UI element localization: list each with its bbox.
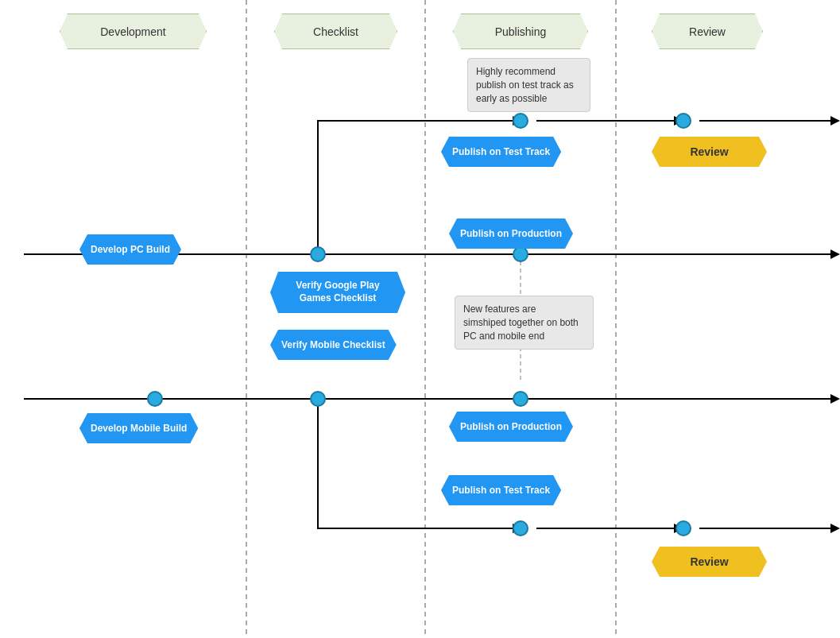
node-n4 (675, 113, 691, 129)
node-n9 (513, 520, 528, 536)
publish-prod-1-text: Publish on Production (460, 228, 562, 239)
publish-test-1-text: Publish on Test Track (452, 146, 550, 157)
svg-marker-16 (830, 524, 840, 533)
label-develop-mobile: Develop Mobile Build (79, 413, 198, 443)
publish-prod-2-text: Publish on Production (460, 421, 562, 432)
review-2-text: Review (690, 555, 728, 568)
node-n10 (675, 520, 691, 536)
diagram-container: Development Checklist Publishing Review … (0, 0, 840, 638)
svg-marker-6 (830, 394, 840, 404)
label-publish-test-1: Publish on Test Track (441, 137, 561, 167)
develop-mobile-text: Develop Mobile Build (91, 423, 187, 434)
verify-mobile-text: Verify Mobile Checklist (281, 339, 385, 350)
review-1-text: Review (690, 145, 728, 158)
label-verify-mobile: Verify Mobile Checklist (270, 330, 397, 360)
col-header-checklist: Checklist (274, 14, 397, 49)
node-n6 (147, 391, 163, 407)
node-n8 (513, 391, 528, 407)
label-develop-pc: Develop PC Build (79, 234, 181, 265)
note-text-1: Highly recommend publish on test track a… (476, 66, 574, 104)
label-review-1: Review (652, 137, 767, 167)
diagram-svg (0, 0, 840, 638)
label-publish-prod-2: Publish on Production (449, 412, 573, 442)
label-review-2: Review (652, 547, 767, 577)
node-n2 (310, 246, 326, 262)
node-n5 (513, 113, 528, 129)
col-label-checklist: Checklist (313, 25, 358, 38)
col-header-development: Development (60, 14, 207, 49)
label-publish-test-2: Publish on Test Track (441, 475, 561, 505)
col-label-review: Review (689, 25, 726, 38)
verify-gpg-text: Verify Google Play Games Checklist (296, 280, 379, 304)
col-label-development: Development (100, 25, 166, 38)
col-header-publishing: Publishing (453, 14, 588, 49)
col-header-review: Review (652, 14, 763, 49)
node-n7 (310, 391, 326, 407)
label-verify-gpg: Verify Google Play Games Checklist (270, 272, 405, 313)
note-text-2: New features are simshiped together on b… (463, 304, 579, 342)
develop-pc-text: Develop PC Build (91, 244, 170, 255)
publish-test-2-text: Publish on Test Track (452, 485, 550, 496)
label-publish-prod-1: Publish on Production (449, 218, 573, 249)
node-n3 (513, 246, 528, 262)
svg-marker-4 (830, 249, 840, 259)
svg-marker-11 (830, 116, 840, 126)
col-label-publishing: Publishing (495, 25, 547, 38)
note-box-1: Highly recommend publish on test track a… (467, 58, 590, 112)
note-box-2: New features are simshiped together on b… (455, 296, 594, 350)
